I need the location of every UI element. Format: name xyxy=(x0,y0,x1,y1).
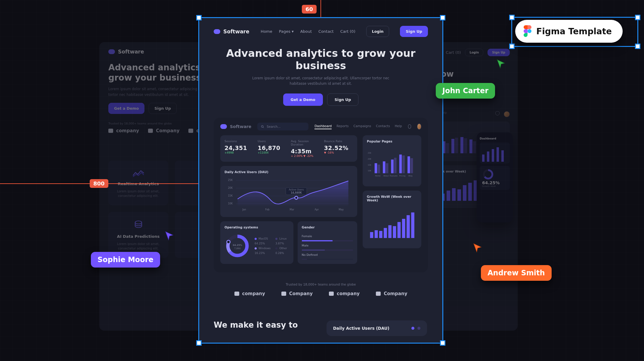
bell-icon xyxy=(495,111,500,115)
svg-point-0 xyxy=(135,221,142,224)
resize-handle[interactable] xyxy=(635,15,640,20)
svg-rect-15 xyxy=(452,188,456,201)
resize-handle[interactable] xyxy=(509,15,515,20)
database-icon xyxy=(134,220,143,230)
svg-rect-3 xyxy=(451,139,454,153)
resize-handle[interactable] xyxy=(196,340,202,346)
cta-signup: Sign Up xyxy=(149,103,177,114)
figma-logo-icon xyxy=(524,25,531,37)
feature-realtime: Realtime Analytics Lorem ipsum dolor sit… xyxy=(108,161,168,205)
svg-rect-9 xyxy=(464,138,467,153)
resize-handle[interactable] xyxy=(196,15,202,20)
resize-handle[interactable] xyxy=(509,44,515,49)
svg-rect-18 xyxy=(468,183,472,201)
brand-name: Software xyxy=(118,49,144,55)
analytics-line-icon xyxy=(132,169,144,177)
cta-demo: Get a Demo xyxy=(108,103,144,114)
resize-handle[interactable] xyxy=(635,44,640,49)
mobile-preview: Dashboard 64.25% Growth WoW xyxy=(477,132,513,222)
resize-handle[interactable] xyxy=(440,340,445,346)
cloud-icon xyxy=(108,49,115,54)
collab-name-green: John Carter xyxy=(436,83,495,99)
measurement-guide-top xyxy=(320,0,321,17)
svg-rect-14 xyxy=(447,191,450,201)
svg-rect-4 xyxy=(460,137,463,153)
svg-rect-17 xyxy=(463,185,466,201)
company-mark-icon xyxy=(188,129,193,133)
company-mark-icon xyxy=(148,129,153,133)
measurement-badge-left: 800 xyxy=(90,179,108,188)
svg-rect-21 xyxy=(482,154,485,162)
collab-name-orange: Andrew Smith xyxy=(481,265,552,281)
measurement-badge-top: 60 xyxy=(302,5,317,14)
svg-rect-16 xyxy=(457,189,461,201)
feature-ai: AI Data Predictions Lorem ipsum dolor si… xyxy=(108,212,168,258)
svg-rect-7 xyxy=(446,143,449,153)
svg-rect-23 xyxy=(492,149,494,162)
collab-name-purple: Sophie Moore xyxy=(91,252,160,268)
figma-template-badge[interactable]: Figma Template xyxy=(515,20,623,43)
svg-rect-10 xyxy=(473,141,476,153)
svg-rect-8 xyxy=(455,138,458,153)
company-mark-icon xyxy=(108,129,113,133)
frame-selection-outline[interactable] xyxy=(198,17,443,344)
avatar-icon xyxy=(504,111,510,117)
resize-handle[interactable] xyxy=(440,15,445,20)
svg-rect-22 xyxy=(487,151,489,162)
svg-rect-25 xyxy=(501,150,504,162)
svg-rect-24 xyxy=(497,147,499,162)
svg-rect-5 xyxy=(469,139,472,153)
